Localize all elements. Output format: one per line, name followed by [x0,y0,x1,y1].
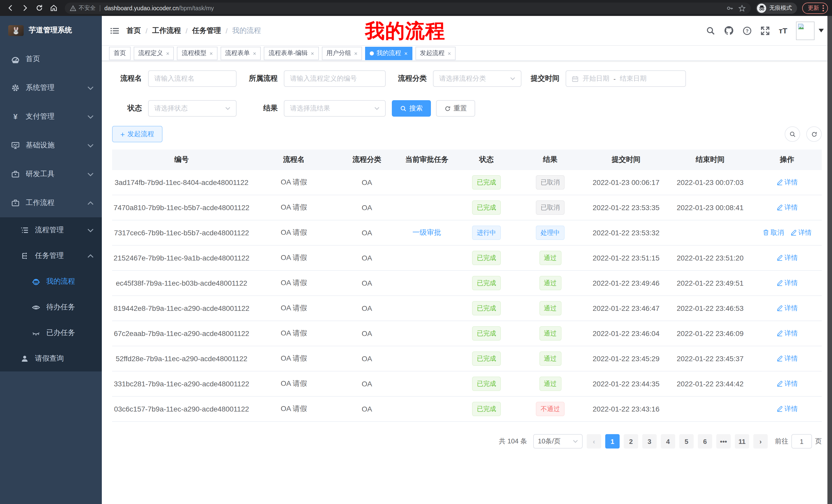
omnibox-separator [100,5,100,11]
close-icon[interactable]: × [448,50,451,56]
submit-time-range[interactable]: 开始日期 - 结束日期 [566,71,686,87]
process-def-input[interactable]: 请输入流程定义的编号 [284,71,386,87]
font-size-icon[interactable]: тT [779,26,787,35]
url-text[interactable]: dashboard.yudao.iocoder.cn/bpm/task/my [104,5,726,11]
sidebar-item-leave-query[interactable]: 请假查询 [0,346,102,371]
action-详情[interactable]: 详情 [790,228,812,237]
current-task-link[interactable]: 一级审批 [412,228,441,236]
action-详情[interactable]: 详情 [776,304,798,313]
security-label[interactable]: 不安全 [79,4,96,12]
breadcrumb-item[interactable]: 工作流程 [152,26,181,35]
caret-down-icon[interactable] [818,29,824,32]
action-取消[interactable]: 取消 [762,228,784,237]
action-详情[interactable]: 详情 [776,329,798,338]
breadcrumb-item: 我的流程 [232,26,261,35]
toggle-search-button[interactable] [785,127,800,142]
tab-流程表单[interactable]: 流程表单× [220,47,261,60]
browser-update-button[interactable]: 更新 [802,2,828,13]
back-icon[interactable] [4,2,17,14]
refresh-button[interactable] [806,127,822,142]
search-icon[interactable] [706,26,716,35]
cell-end-time: 2022-01-22 23:49:51 [668,279,752,287]
close-icon[interactable]: × [166,50,170,56]
result-badge: 通过 [539,251,561,265]
tab-首页[interactable]: 首页 [109,47,131,60]
home-icon[interactable] [47,2,60,14]
next-page-button[interactable]: › [753,434,768,449]
forward-icon[interactable] [19,2,31,14]
result-badge: 通过 [539,276,561,290]
page-button-2[interactable]: 2 [624,434,638,449]
sidebar-item-payment[interactable]: ¥支付管理 [0,102,102,131]
security-warning-icon[interactable] [70,5,76,11]
prev-page-button[interactable]: ‹ [587,434,601,449]
action-详情[interactable]: 详情 [776,253,798,262]
sidebar-item-home[interactable]: 首页 [0,45,102,74]
fullscreen-icon[interactable] [761,26,770,35]
help-icon[interactable]: ? [743,26,752,35]
sidebar-item-infra[interactable]: 基础设施 [0,131,102,160]
sidebar-item-workflow[interactable]: 工作流程 [0,189,102,217]
page-button-3[interactable]: 3 [642,434,657,449]
sidebar-item-label: 待办任务 [46,303,75,312]
pagination-total: 共 104 条 [499,437,527,446]
tab-用户分组[interactable]: 用户分组× [322,47,362,60]
breadcrumb-item[interactable]: 任务管理 [192,26,221,35]
page-button-1[interactable]: 1 [605,434,620,449]
page-button-4[interactable]: 4 [661,434,675,449]
avatar[interactable] [796,21,814,40]
browser-menu-icon[interactable] [822,4,824,11]
tab-流程定义[interactable]: 流程定义× [134,47,174,60]
key-icon[interactable] [726,4,733,11]
github-icon[interactable] [724,26,734,35]
cell-end-time: 2022-01-22 23:44:42 [668,380,752,388]
sidebar-item-done-tasks[interactable]: 已办任务 [0,320,102,346]
goto-page-input[interactable]: 1 [791,434,812,449]
page-button-11[interactable]: 11 [735,434,749,449]
tab-发起流程[interactable]: 发起流程× [415,47,456,60]
hamburger-icon[interactable] [110,26,119,35]
edit-icon [776,305,783,312]
sidebar-item-devtools[interactable]: 研发工具 [0,160,102,189]
reload-icon[interactable] [33,2,45,14]
action-详情[interactable]: 详情 [776,278,798,288]
reset-button[interactable]: 重置 [436,100,475,117]
bookmark-star-icon[interactable] [738,4,746,11]
app-logo[interactable]: 🐰 芋道管理系统 [0,16,102,45]
tab-我的流程[interactable]: 我的流程× [365,47,412,60]
close-icon[interactable]: × [404,50,408,56]
action-详情[interactable]: 详情 [776,203,798,212]
cell-end-time: 2022-01-23 00:07:03 [668,178,752,187]
category-select[interactable]: 请选择流程分类 [433,71,521,87]
close-icon[interactable]: × [210,50,213,56]
tab-流程模型[interactable]: 流程模型× [177,47,217,60]
action-详情[interactable]: 详情 [776,354,798,363]
page-button-5[interactable]: 5 [679,434,694,449]
action-详情[interactable]: 详情 [776,178,798,187]
window-scrollbar[interactable] [827,16,832,504]
tab-label: 发起流程 [420,49,445,58]
more-pages-button[interactable]: ••• [716,434,731,449]
action-详情[interactable]: 详情 [776,379,798,388]
breadcrumb-item[interactable]: 首页 [127,26,141,35]
sidebar-item-my-process[interactable]: 我的流程 [0,269,102,295]
address-bar[interactable]: 不安全 dashboard.yudao.iocoder.cn/bpm/task/… [65,2,751,13]
process-name-input[interactable]: 请输入流程名 [148,71,237,87]
result-select[interactable]: 请选择流结果 [284,100,386,117]
tab-流程表单-编辑[interactable]: 流程表单-编辑× [264,47,319,60]
sidebar-item-todo-tasks[interactable]: 待办任务 [0,295,102,320]
close-icon[interactable]: × [253,50,256,56]
page-button-6[interactable]: 6 [698,434,712,449]
create-process-button[interactable]: + 发起流程 [112,126,162,142]
page-size-select[interactable]: 10条/页 [533,434,582,449]
chevron-down-icon [225,107,230,110]
close-icon[interactable]: × [354,50,358,56]
search-button[interactable]: 搜索 [392,100,431,117]
cell-category: OA [337,329,397,338]
sidebar-item-process-mgmt[interactable]: 流程管理 [0,217,102,243]
sidebar-item-system[interactable]: 系统管理 [0,74,102,102]
sidebar-item-task-mgmt[interactable]: 任务管理 [0,243,102,269]
close-icon[interactable]: × [311,50,314,56]
action-详情[interactable]: 详情 [776,404,798,414]
status-select[interactable]: 请选择状态 [148,100,237,117]
